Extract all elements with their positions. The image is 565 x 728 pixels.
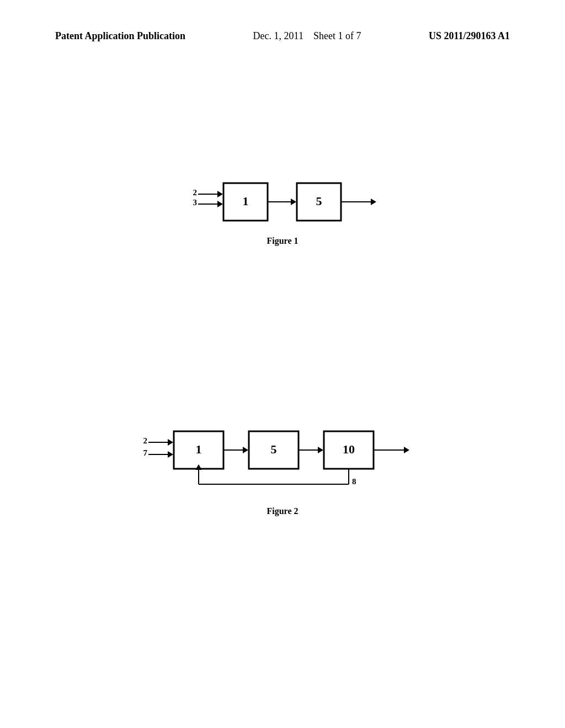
fig2-arrow-5to10-head [318,447,323,453]
fig2-arrow-out-head [404,447,409,453]
fig2-arrow-7-head [168,451,173,458]
fig2-box10-label: 10 [343,442,355,456]
figure1-diagram: 2 3 1 5 [167,171,398,226]
fig2-feedback-arrow-head [195,464,202,470]
fig1-arrow-out-head [371,199,376,205]
page-header: Patent Application Publication Dec. 1, 2… [0,30,565,42]
fig2-box5-label: 5 [271,442,277,456]
patent-number: US 2011/290163 A1 [429,30,510,42]
figure1-caption: Figure 1 [266,236,298,246]
fig2-arrow-1to5-head [243,447,248,453]
fig1-box1-label: 1 [243,194,249,208]
sheet-info: Sheet 1 of 7 [313,30,361,41]
fig1-arrow-3-head [217,201,223,207]
publication-date: Dec. 1, 2011 [253,30,303,41]
fig2-input-2: 2 [143,436,148,445]
figure2-diagram: 2 7 1 5 10 8 [117,419,448,496]
fig2-feedback-label: 8 [352,477,356,486]
fig2-arrow-2-head [168,439,173,446]
fig1-input-3: 3 [193,198,198,207]
fig1-box5-label: 5 [316,194,322,208]
fig2-input-7: 7 [143,448,148,457]
fig1-arrow-1to5-head [291,199,296,205]
figure1-container: 2 3 1 5 Figure 1 [167,171,398,246]
fig1-input-2: 2 [193,188,198,197]
publication-title: Patent Application Publication [55,30,185,42]
fig1-arrow-2-head [217,191,223,197]
fig2-box1-label: 1 [196,442,202,456]
publication-date-sheet: Dec. 1, 2011 Sheet 1 of 7 [253,30,361,42]
figure2-caption: Figure 2 [266,506,298,516]
figure2-container: 2 7 1 5 10 8 Figure 2 [117,419,448,516]
